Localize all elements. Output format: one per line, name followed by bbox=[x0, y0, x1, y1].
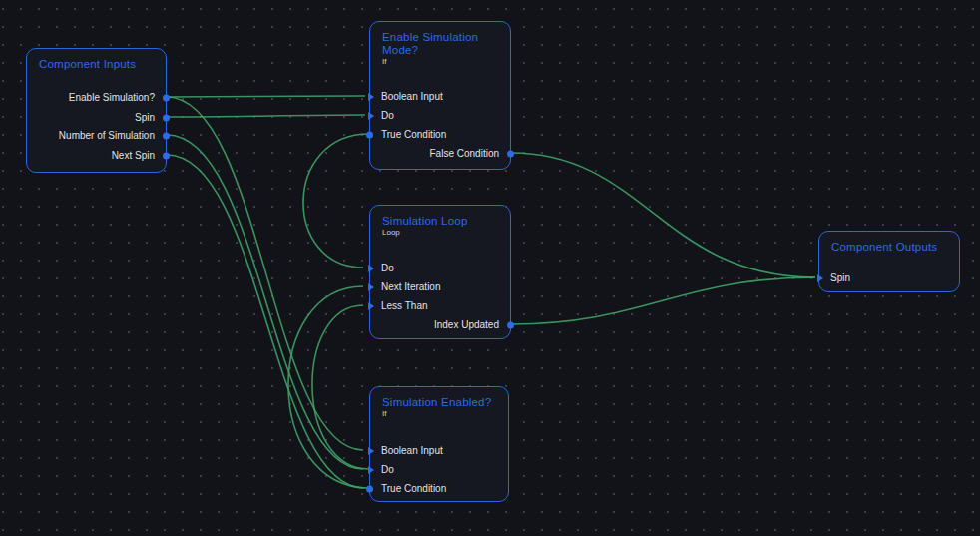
node-title: Component Inputs bbox=[27, 49, 166, 71]
port-label: Enable Simulation? bbox=[69, 91, 155, 105]
node-simulation-loop[interactable]: Simulation Loop Loop Do Next Iteration L… bbox=[369, 205, 511, 339]
output-port-next-spin[interactable] bbox=[163, 153, 170, 160]
input-port-do[interactable] bbox=[368, 466, 374, 474]
port-label: Number of Simulation bbox=[59, 129, 155, 143]
wire-simulation-enabled.do-to-simulation-loop.less-than[interactable] bbox=[312, 305, 369, 469]
node-title: Component Outputs bbox=[819, 232, 959, 254]
wire-enable-simulation-mode.true-condition-to-simulation-loop.do[interactable] bbox=[303, 134, 369, 268]
port-label: True Condition bbox=[381, 128, 446, 142]
port-row-boolean-input: Boolean Input bbox=[370, 90, 510, 104]
input-port-next-iteration[interactable] bbox=[368, 283, 374, 291]
port-label: False Condition bbox=[430, 147, 499, 161]
node-enable-simulation-mode[interactable]: Enable Simulation Mode? If Boolean Input… bbox=[369, 21, 511, 170]
port-row-spin: Spin bbox=[27, 111, 166, 125]
port-row-enable-simulation: Enable Simulation? bbox=[27, 91, 166, 105]
node-subtitle: If bbox=[370, 409, 508, 418]
input-port-do[interactable] bbox=[368, 112, 374, 120]
wire-component-inputs.enable-simulation-to-enable-simulation-mode.boolean-input[interactable] bbox=[167, 96, 365, 97]
node-subtitle: If bbox=[370, 57, 510, 66]
wire-simulation-loop.index-updated-to-component-outputs.spin[interactable] bbox=[511, 277, 815, 324]
node-subtitle: Loop bbox=[370, 228, 510, 237]
wire-component-inputs.enable-simulation-to-simulation-enabled.boolean-input[interactable] bbox=[167, 97, 363, 450]
input-port-do[interactable] bbox=[368, 265, 374, 272]
port-row-spin: Spin bbox=[819, 271, 959, 285]
port-row-do: Do bbox=[370, 109, 510, 123]
input-port-less-than[interactable] bbox=[368, 302, 374, 310]
port-row-true-condition: True Condition bbox=[370, 128, 510, 142]
port-label: Next Spin bbox=[112, 149, 155, 163]
port-label: Do bbox=[381, 463, 394, 477]
node-title: Simulation Enabled? bbox=[370, 387, 508, 409]
port-true-condition[interactable] bbox=[366, 132, 373, 139]
input-port-spin[interactable] bbox=[817, 274, 823, 282]
port-row-less-than: Less Than bbox=[370, 299, 510, 313]
port-row-index-updated: Index Updated bbox=[370, 318, 510, 332]
port-row-boolean-input: Boolean Input bbox=[370, 444, 508, 458]
port-label: True Condition bbox=[381, 482, 446, 496]
node-component-inputs[interactable]: Component Inputs Enable Simulation? Spin… bbox=[26, 48, 167, 173]
output-port-false-condition[interactable] bbox=[507, 151, 514, 158]
port-label: Spin bbox=[135, 111, 155, 125]
output-port-spin[interactable] bbox=[163, 115, 170, 122]
port-label: Spin bbox=[830, 271, 850, 285]
port-row-next-iteration: Next Iteration bbox=[370, 280, 510, 294]
port-row-do: Do bbox=[370, 463, 508, 477]
port-label: Do bbox=[381, 262, 394, 275]
port-row-true-condition: True Condition bbox=[370, 482, 508, 496]
wire-simulation-enabled.true-condition-to-simulation-loop.next-iteration[interactable] bbox=[288, 286, 369, 488]
wire-enable-simulation-mode.false-condition-to-component-outputs.spin[interactable] bbox=[511, 153, 815, 277]
output-port-enable-simulation[interactable] bbox=[163, 95, 170, 102]
port-row-number-of-simulation: Number of Simulation bbox=[27, 129, 166, 143]
input-port-boolean-input[interactable] bbox=[368, 447, 374, 455]
port-label: Boolean Input bbox=[381, 444, 443, 458]
node-component-outputs[interactable]: Component Outputs Spin bbox=[818, 231, 960, 292]
wire-component-inputs.spin-to-enable-simulation-mode.do[interactable] bbox=[167, 115, 365, 117]
node-simulation-enabled[interactable]: Simulation Enabled? If Boolean Input Do … bbox=[369, 386, 509, 502]
port-label: Boolean Input bbox=[381, 90, 443, 104]
port-label: Index Updated bbox=[434, 318, 499, 332]
output-port-number-of-simulation[interactable] bbox=[163, 133, 170, 140]
port-row-next-spin: Next Spin bbox=[27, 149, 166, 163]
wire-component-inputs.number-of-simulation-to-simulation-enabled.do[interactable] bbox=[167, 135, 363, 469]
port-label: Less Than bbox=[381, 299, 428, 313]
port-label: Next Iteration bbox=[381, 280, 440, 294]
input-port-boolean-input[interactable] bbox=[368, 93, 374, 101]
node-title: Enable Simulation Mode? bbox=[370, 22, 494, 57]
port-row-false-condition: False Condition bbox=[370, 147, 510, 161]
port-true-condition[interactable] bbox=[366, 486, 373, 493]
port-label: Do bbox=[381, 109, 394, 123]
node-editor-canvas[interactable]: Component Inputs Enable Simulation? Spin… bbox=[0, 0, 980, 536]
port-row-do: Do bbox=[370, 262, 510, 275]
output-port-index-updated[interactable] bbox=[507, 322, 514, 329]
node-title: Simulation Loop bbox=[370, 206, 510, 228]
